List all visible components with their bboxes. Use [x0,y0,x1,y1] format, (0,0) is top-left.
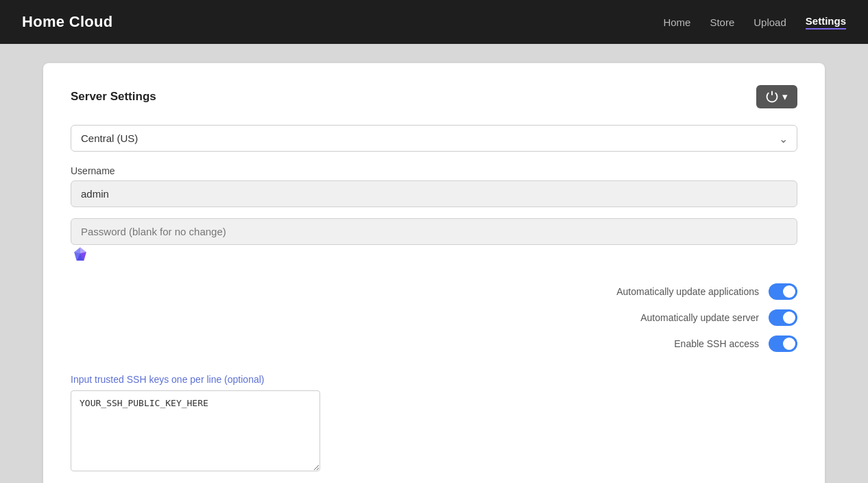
gem-icon [71,245,90,264]
settings-card: Server Settings ▾ Central (US) East (US)… [43,63,825,483]
username-label: Username [71,165,797,176]
ssh-label: Input trusted SSH keys one per line (opt… [71,374,797,385]
password-input[interactable] [71,218,797,245]
power-button[interactable]: ▾ [756,85,797,108]
toggle-auto-apps[interactable] [769,283,797,300]
main-content: Server Settings ▾ Central (US) East (US)… [0,44,868,483]
password-field-group [71,218,797,267]
username-field-group: Username [71,165,797,218]
power-chevron: ▾ [782,91,788,103]
nav-home[interactable]: Home [663,16,690,28]
nav-store[interactable]: Store [710,16,734,28]
username-input[interactable] [71,180,797,207]
card-title: Server Settings [71,90,156,104]
toggle-label-1: Automatically update server [640,312,759,323]
region-select[interactable]: Central (US) East (US) West (US) Europe … [71,125,797,152]
toggle-row-2: Enable SSH access [674,335,797,352]
ssh-keys-section: Input trusted SSH keys one per line (opt… [71,374,797,471]
region-select-wrapper: Central (US) East (US) West (US) Europe … [71,125,797,152]
toggle-rows: Automatically update applications Automa… [71,283,797,352]
nav-upload[interactable]: Upload [754,16,786,28]
toggle-row-1: Automatically update server [640,309,797,326]
toggle-label-2: Enable SSH access [674,338,759,349]
navbar: Home Cloud Home Store Upload Settings [0,0,868,44]
app-title: Home Cloud [22,13,113,31]
toggle-label-0: Automatically update applications [616,286,759,297]
power-icon [766,91,778,103]
nav-settings[interactable]: Settings [806,15,846,30]
nav-links: Home Store Upload Settings [663,15,846,30]
card-header: Server Settings ▾ [71,85,797,108]
ssh-textarea[interactable]: YOUR_SSH_PUBLIC_KEY_HERE [71,390,320,471]
toggle-ssh-access[interactable] [769,335,797,352]
toggle-auto-server[interactable] [769,309,797,326]
toggle-row-0: Automatically update applications [616,283,797,300]
